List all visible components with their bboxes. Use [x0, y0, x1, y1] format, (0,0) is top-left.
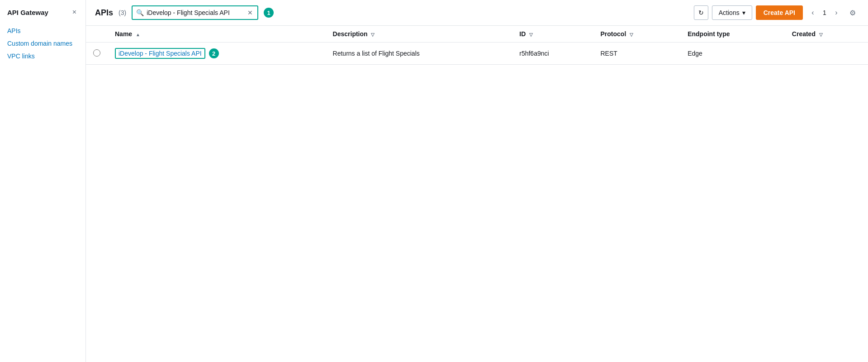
th-created[interactable]: Created ▽ [785, 26, 868, 43]
search-container: 🔍 ✕ [132, 5, 258, 20]
sidebar: API Gateway × APIs Custom domain names V… [0, 0, 86, 362]
th-description-sort-icon: ▽ [371, 32, 375, 37]
td-protocol: REST [593, 43, 681, 65]
search-clear-button[interactable]: ✕ [247, 9, 254, 16]
sidebar-close-button[interactable]: × [71, 7, 78, 17]
table-row: iDevelop - Flight Specials API 2 Returns… [86, 43, 868, 65]
top-bar-right: ↻ Actions Create API ‹ 1 › ⚙ [694, 5, 859, 20]
th-protocol-sort-icon: ▽ [630, 32, 633, 37]
top-bar-left: APIs (3) 🔍 ✕ 1 [95, 5, 274, 20]
td-id: r5hf6a9nci [512, 43, 593, 65]
top-bar: APIs (3) 🔍 ✕ 1 ↻ Actions [86, 0, 868, 26]
td-description: Returns a list of Flight Specials [326, 43, 512, 65]
sidebar-item-vpc-links[interactable]: VPC links [0, 50, 85, 62]
th-endpoint-type: Endpoint type [680, 26, 785, 43]
td-select[interactable] [86, 43, 108, 65]
sidebar-header: API Gateway × [0, 7, 85, 24]
apis-table-container: Name ▲ Description ▽ ID ▽ Protocol [86, 26, 868, 65]
name-cell: iDevelop - Flight Specials API 2 [115, 48, 318, 59]
sidebar-title: API Gateway [7, 9, 48, 16]
apis-table: Name ▲ Description ▽ ID ▽ Protocol [86, 26, 868, 65]
th-created-label: Created [792, 30, 816, 38]
sidebar-link-apis[interactable]: APIs [0, 24, 85, 37]
actions-label: Actions [719, 9, 740, 16]
th-protocol-label: Protocol [601, 30, 626, 38]
content-area: APIs (3) 🔍 ✕ 1 ↻ Actions [86, 0, 868, 362]
create-api-button[interactable]: Create API [756, 5, 803, 20]
row-radio-button[interactable] [93, 49, 100, 57]
td-created [785, 43, 868, 65]
api-count: (3) [119, 9, 126, 16]
th-id-label: ID [519, 30, 526, 38]
pagination: ‹ 1 › [806, 6, 843, 19]
th-id[interactable]: ID ▽ [512, 26, 593, 43]
actions-button[interactable]: Actions [712, 5, 752, 20]
api-name-link[interactable]: iDevelop - Flight Specials API [115, 48, 205, 59]
th-description[interactable]: Description ▽ [326, 26, 512, 43]
settings-button[interactable]: ⚙ [846, 6, 859, 19]
actions-chevron-icon [742, 9, 745, 16]
sidebar-link-custom-domain-names[interactable]: Custom domain names [0, 37, 85, 50]
th-name-sort-icon: ▲ [136, 32, 140, 37]
name-step-badge: 2 [209, 48, 219, 58]
th-name[interactable]: Name ▲ [108, 26, 326, 43]
page-title: APIs [95, 8, 113, 18]
td-name: iDevelop - Flight Specials API 2 [108, 43, 326, 65]
next-page-button[interactable]: › [830, 6, 843, 19]
th-select [86, 26, 108, 43]
td-endpoint-type: Edge [680, 43, 785, 65]
sidebar-link-vpc-links[interactable]: VPC links [0, 50, 85, 62]
th-id-sort-icon: ▽ [529, 32, 533, 37]
prev-page-button[interactable]: ‹ [806, 6, 819, 19]
refresh-icon: ↻ [698, 9, 704, 16]
table-header-row: Name ▲ Description ▽ ID ▽ Protocol [86, 26, 868, 43]
main-content: APIs (3) 🔍 ✕ 1 ↻ Actions [86, 0, 868, 362]
th-protocol[interactable]: Protocol ▽ [593, 26, 681, 43]
search-input[interactable] [147, 9, 247, 16]
sidebar-item-apis[interactable]: APIs [0, 24, 85, 37]
sidebar-nav: APIs Custom domain names VPC links [0, 24, 85, 62]
page-number: 1 [821, 9, 828, 16]
sidebar-item-custom-domain-names[interactable]: Custom domain names [0, 37, 85, 50]
search-icon: 🔍 [136, 9, 144, 16]
th-endpoint-type-label: Endpoint type [688, 30, 730, 38]
th-created-sort-icon: ▽ [819, 32, 823, 37]
settings-icon: ⚙ [849, 9, 856, 17]
th-description-label: Description [333, 30, 368, 38]
th-name-label: Name [115, 30, 132, 38]
search-step-badge: 1 [264, 8, 274, 18]
refresh-button[interactable]: ↻ [694, 5, 708, 20]
